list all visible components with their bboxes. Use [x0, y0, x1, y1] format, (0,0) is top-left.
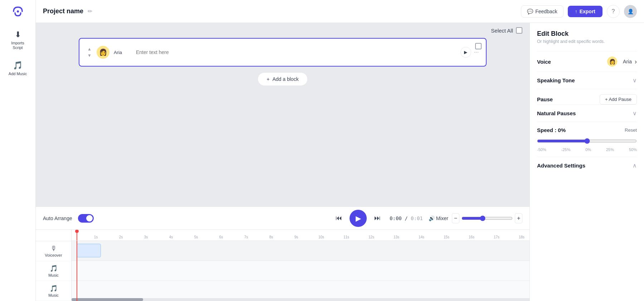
imports-icon: ⬇ — [15, 30, 21, 39]
script-area: Select All ▲ ▼ 👩 Aria ▶ ··· — [36, 23, 530, 301]
block-play-button[interactable]: ▶ — [460, 47, 471, 58]
voice-section: Voice 👩 Aria › — [537, 51, 637, 72]
ruler-tick-13s: 13s — [394, 235, 399, 239]
ruler-tick-18s: 18s — [519, 235, 525, 239]
skip-back-icon: ⏮ — [336, 214, 342, 222]
speed-reset-button[interactable]: Reset — [625, 127, 637, 133]
block-arrow-down[interactable]: ▼ — [87, 53, 92, 58]
sidebar: ⬇ Imports Script 🎵 Add Music — [0, 0, 36, 301]
music1-track-icon: 🎵 — [50, 264, 58, 272]
track-label-music-1[interactable]: 🎵 Music — [36, 261, 71, 281]
natural-pauses-chevron: ∨ — [633, 110, 637, 117]
add-pause-label: + Add Pause — [605, 97, 631, 102]
natural-pauses-header[interactable]: Natural Pauses ∨ — [537, 110, 637, 117]
transport-bar: Auto Arrange ⏮ ▶ ⏭ — [36, 207, 530, 229]
ruler-tick-12s: 12s — [369, 235, 374, 239]
add-music-label: Add Music — [9, 72, 27, 76]
imports-label: Imports Script — [6, 41, 29, 50]
slider-label-pos50: 50% — [629, 147, 637, 152]
right-panel: Edit Block Or highlight and edit specifi… — [530, 23, 644, 301]
block-text-input[interactable] — [136, 49, 456, 55]
speaking-tone-header[interactable]: Speaking Tone ∨ — [537, 77, 637, 84]
track-label-music-2[interactable]: 🎵 Music — [36, 281, 71, 301]
panel-title: Edit Block — [537, 30, 637, 38]
voice-section-header[interactable]: Voice 👩 Aria › — [537, 57, 637, 67]
skip-forward-icon: ⏭ — [374, 214, 381, 222]
sidebar-item-imports-script[interactable]: ⬇ Imports Script — [4, 26, 32, 54]
block-more-button[interactable]: ··· — [474, 49, 479, 55]
speaking-tone-section: Speaking Tone ∨ — [537, 72, 637, 89]
pause-title: Pause — [537, 96, 553, 102]
speed-value: 0% — [558, 127, 566, 133]
speed-header: Speed : 0% Reset — [537, 127, 637, 133]
ruler-tick-2s: 2s — [119, 235, 123, 239]
add-pause-button[interactable]: + Add Pause — [600, 94, 637, 105]
export-icon: ↑ — [575, 9, 577, 14]
select-all-checkbox[interactable] — [516, 27, 522, 34]
play-button[interactable]: ▶ — [350, 210, 367, 227]
voiceover-track-icon: 🎙 — [50, 245, 57, 252]
time-total: 0:01 — [411, 215, 423, 221]
add-block-button[interactable]: + Add a block — [258, 72, 307, 86]
play-icon: ▶ — [356, 214, 361, 223]
speed-section: Speed : 0% Reset -50% -25% 0% 25% 50% — [537, 122, 637, 157]
time-separator: / — [402, 215, 411, 221]
help-button[interactable]: ? — [607, 5, 620, 18]
skip-back-button[interactable]: ⏮ — [332, 212, 345, 225]
advanced-section: Advanced Settings ∧ — [537, 157, 637, 174]
feedback-button[interactable]: 💬 Feedback — [521, 5, 563, 18]
app-logo — [10, 4, 26, 19]
advanced-settings-chevron: ∧ — [633, 162, 637, 169]
ruler-tick-6s: 6s — [219, 235, 223, 239]
ruler-tick-16s: 16s — [469, 235, 474, 239]
timeline-playhead-overlay[interactable] — [77, 241, 77, 301]
block-arrow-up[interactable]: ▲ — [87, 46, 92, 52]
speaking-tone-title: Speaking Tone — [537, 77, 575, 83]
script-blocks: ▲ ▼ 👩 Aria ▶ ··· + Add a block — [36, 38, 530, 207]
export-button[interactable]: ↑ Export — [568, 6, 602, 17]
add-block-label: Add a block — [273, 76, 299, 82]
add-block-icon: + — [267, 76, 269, 82]
timeline-ruler: 1s 2s 3s 4s 5s 6s 7s 8s 9s 10s 11s — [72, 230, 530, 241]
timeline-scrollbar-thumb — [72, 298, 143, 301]
mixer-button[interactable]: 🔊 Mixer — [429, 215, 448, 221]
content-wrapper: Select All ▲ ▼ 👩 Aria ▶ ··· — [36, 23, 644, 301]
auto-arrange-toggle[interactable] — [78, 214, 94, 223]
music-track-1 — [72, 261, 530, 281]
track-label-voiceover[interactable]: 🎙 Voiceover — [36, 241, 71, 261]
timeline-area: 🎙 Voiceover 🎵 Music 🎵 Music — [36, 229, 530, 301]
skip-forward-button[interactable]: ⏭ — [371, 212, 384, 225]
playhead-dot — [75, 230, 79, 233]
block-checkbox[interactable] — [475, 43, 482, 49]
zoom-out-button[interactable]: − — [452, 213, 459, 223]
speed-label: Speed : 0% — [537, 127, 566, 133]
sidebar-item-add-music[interactable]: 🎵 Add Music — [4, 57, 32, 80]
time-current: 0:00 — [390, 215, 402, 221]
music2-track-label: Music — [48, 293, 59, 297]
slider-labels: -50% -25% 0% 25% 50% — [537, 147, 637, 152]
voice-chevron: › — [635, 58, 637, 65]
speed-slider[interactable] — [537, 138, 637, 144]
ruler-tick-10s: 10s — [318, 235, 324, 239]
slider-label-0: 0% — [585, 147, 591, 152]
auto-arrange-label: Auto Arrange — [43, 215, 72, 221]
select-all-area[interactable]: Select All — [491, 27, 522, 34]
help-icon: ? — [612, 8, 615, 15]
feedback-icon: 💬 — [527, 9, 533, 14]
voiceover-clip[interactable] — [77, 244, 101, 257]
header: Project name ✏ 💬 Feedback ↑ Export ? 👤 — [36, 0, 644, 23]
voiceover-track-label: Voiceover — [45, 253, 62, 257]
advanced-settings-header[interactable]: Advanced Settings ∧ — [537, 162, 637, 169]
timeline-scrollbar[interactable] — [72, 298, 530, 301]
zoom-in-button[interactable]: + — [515, 213, 522, 223]
slider-label-neg50: -50% — [537, 147, 546, 152]
speed-colon: : — [553, 127, 558, 133]
edit-project-name-icon[interactable]: ✏ — [88, 8, 92, 15]
pause-section: Pause + Add Pause — [537, 89, 637, 105]
zoom-slider[interactable] — [462, 215, 513, 221]
ruler-tick-4s: 4s — [169, 235, 173, 239]
timeline-playhead[interactable] — [77, 230, 77, 241]
zoom-controls: − + — [452, 213, 522, 223]
music-icon: 🎵 — [13, 61, 23, 70]
music2-track-icon: 🎵 — [50, 285, 58, 292]
